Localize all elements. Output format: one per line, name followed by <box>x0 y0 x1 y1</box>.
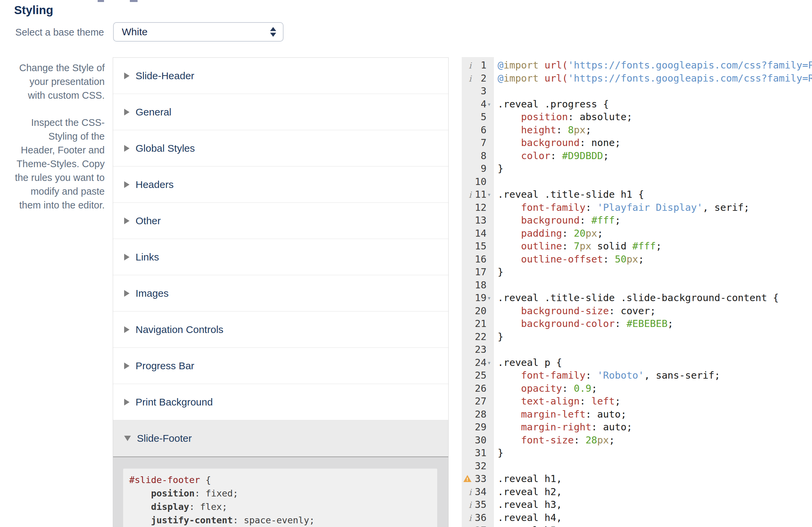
code-line-text[interactable]: .reveal h2, <box>494 485 562 498</box>
code-token: position <box>521 111 568 123</box>
accordion-item-global-styles[interactable]: Global Styles <box>113 130 448 167</box>
info-icon[interactable]: i <box>462 485 473 498</box>
accordion-item-slide-footer[interactable]: Slide-Footer <box>113 420 448 456</box>
editor-line: 27 text-align: left; <box>462 395 812 408</box>
code-token: ; <box>591 383 597 394</box>
code-line-text[interactable]: @import url('https://fonts.googleapis.co… <box>494 59 812 72</box>
editor-line: 29 margin-right: auto; <box>462 421 812 434</box>
code-line-text[interactable]: font-family: 'Roboto', sans-serif; <box>494 369 721 382</box>
code-token: @ <box>497 72 503 84</box>
fold-slot <box>487 498 494 511</box>
code-line-text[interactable]: background: none; <box>494 136 621 149</box>
code-token: px <box>579 240 591 252</box>
code-line-text[interactable]: @import url('https://fonts.googleapis.co… <box>494 72 812 85</box>
code-line-text[interactable]: .reveal .title-slide h1 { <box>494 188 644 201</box>
fold-arrow-icon[interactable]: ▾ <box>487 356 494 369</box>
code-line-text[interactable]: } <box>494 446 503 459</box>
code-line-text[interactable]: .reveal .title-slide .slide-background-c… <box>494 291 779 304</box>
info-icon[interactable]: i <box>462 72 473 85</box>
editor-line: 33.reveal h1, <box>462 472 812 485</box>
code-line-text[interactable]: .reveal h5, <box>494 524 562 527</box>
code-line-text[interactable]: position: absolute; <box>494 111 633 124</box>
code-line-text[interactable]: margin-left: auto; <box>494 408 626 421</box>
code-line-text[interactable]: padding: 20px; <box>494 227 603 240</box>
code-line-text[interactable] <box>494 175 497 188</box>
fold-arrow-icon[interactable]: ▾ <box>487 98 494 111</box>
code-line-text[interactable] <box>494 459 497 473</box>
info-icon[interactable]: i <box>462 498 473 511</box>
accordion-item-progress-bar[interactable]: Progress Bar <box>113 348 448 384</box>
code-line-text[interactable]: margin-right: auto; <box>494 421 633 434</box>
code-token: : <box>579 395 591 407</box>
line-number: 7 <box>473 136 487 149</box>
code-line-text[interactable]: background-color: #EBEBEB; <box>494 317 673 330</box>
info-icon[interactable]: i <box>462 524 473 527</box>
code-line-text[interactable]: text-align: left; <box>494 395 621 408</box>
fold-arrow-icon[interactable]: ▾ <box>487 188 494 201</box>
code-line-text[interactable]: } <box>494 330 503 343</box>
line-number: 3 <box>473 85 487 98</box>
editor-line: i36.reveal h4, <box>462 511 812 524</box>
code-line-text[interactable] <box>494 343 497 356</box>
code-line-text[interactable]: } <box>494 266 503 279</box>
line-number: 37 <box>473 524 487 527</box>
accordion-item-print-background[interactable]: Print Background <box>113 384 448 420</box>
code-line-text[interactable] <box>494 85 497 98</box>
code-line-text[interactable]: background-size: cover; <box>494 304 656 317</box>
line-number: 9 <box>473 162 487 175</box>
code-line-text[interactable] <box>494 279 497 292</box>
code-line-text[interactable]: .reveal .progress { <box>494 98 609 111</box>
gutter-icon-slot <box>462 214 473 227</box>
editor-line: 32 <box>462 459 812 473</box>
code-token <box>497 395 521 407</box>
accordion-item-images[interactable]: Images <box>113 275 448 312</box>
info-icon[interactable]: i <box>462 59 473 72</box>
warning-icon[interactable] <box>462 472 473 485</box>
code-line-text[interactable]: background: #fff; <box>494 214 621 227</box>
line-number: 10 <box>473 175 487 188</box>
code-line-text[interactable]: font-family: 'Playfair Display', serif; <box>494 201 750 214</box>
accordion-item-other[interactable]: Other <box>113 203 448 239</box>
code-line-text[interactable]: .reveal p { <box>494 356 562 369</box>
info-icon[interactable]: i <box>462 188 473 201</box>
code-line-text[interactable]: color: #D9DBDD; <box>494 149 609 162</box>
css-code-editor[interactable]: i1@import url('https://fonts.googleapis.… <box>462 57 812 527</box>
line-number: 4 <box>473 98 487 111</box>
code-line-text[interactable]: height: 8px; <box>494 124 591 137</box>
code-token: 20 <box>574 228 585 239</box>
help-line: Inspect the CSS- <box>12 116 105 130</box>
base-theme-select[interactable]: White <box>113 22 284 42</box>
accordion-item-links[interactable]: Links <box>113 239 448 275</box>
fold-slot <box>487 395 494 408</box>
info-icon: i <box>469 487 472 497</box>
code-token <box>497 318 521 329</box>
code-line-text[interactable]: opacity: 0.9; <box>494 382 597 395</box>
code-line-text[interactable]: .reveal h1, <box>494 472 562 485</box>
line-number: 15 <box>473 240 487 253</box>
editor-line: 6 height: 8px; <box>462 124 812 137</box>
info-icon: i <box>469 190 472 200</box>
code-line: #slide-footer { <box>129 473 431 487</box>
code-token: .reveal h3, <box>497 499 562 510</box>
page-title: Styling <box>14 3 53 17</box>
code-token <box>497 383 521 394</box>
code-token <box>497 305 521 316</box>
code-line-text[interactable]: .reveal h3, <box>494 498 562 511</box>
code-token <box>497 253 521 265</box>
code-line-text[interactable]: outline: 7px solid #fff; <box>494 240 662 253</box>
info-icon[interactable]: i <box>462 511 473 524</box>
accordion-item-navigation-controls[interactable]: Navigation Controls <box>113 312 448 348</box>
code-line-text[interactable]: .reveal h4, <box>494 511 562 524</box>
code-line-text[interactable]: } <box>494 162 503 175</box>
line-number: 6 <box>473 124 487 137</box>
accordion-item-headers[interactable]: Headers <box>113 167 448 203</box>
code-line-text[interactable]: outline-offset: 50px; <box>494 253 644 266</box>
accordion-item-general[interactable]: General <box>113 94 448 130</box>
fold-arrow-icon[interactable]: ▾ <box>487 291 494 304</box>
styling-settings-page: Styling Select a base theme White Change… <box>0 0 812 527</box>
editor-line: 12 font-family: 'Playfair Display', seri… <box>462 201 812 214</box>
code-line-text[interactable]: font-size: 28px; <box>494 434 615 447</box>
code-line: justify-content: space-evenly; <box>129 514 431 527</box>
code-token: display <box>151 501 189 512</box>
accordion-item-slide-header[interactable]: Slide-Header <box>113 58 448 94</box>
